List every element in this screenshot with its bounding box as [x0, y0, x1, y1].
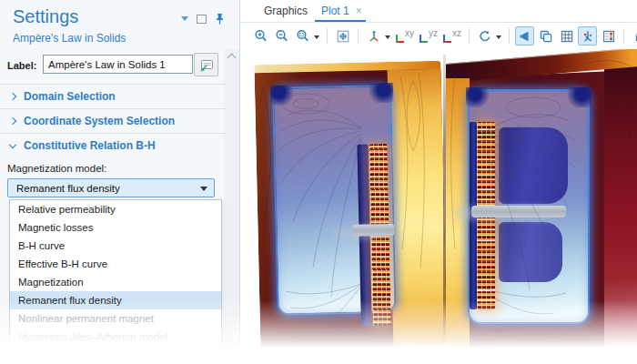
section-label: Domain Selection: [24, 90, 116, 103]
z-axis-icon: [420, 35, 421, 43]
grid-toggle[interactable]: [557, 26, 576, 46]
color-legend-icon: [602, 29, 616, 44]
section-coordinate-system-selection[interactable]: Coordinate System Selection: [0, 108, 225, 133]
xy-view-button[interactable]: xy: [394, 27, 416, 46]
zoom-box-button[interactable]: [293, 26, 312, 46]
combobox-value: Remanent flux density: [16, 183, 120, 194]
right-core-block: [446, 62, 637, 364]
default-3d-view-icon: [367, 29, 381, 44]
view-dropdown-caret[interactable]: [385, 35, 390, 42]
center-limb-glow-left: [388, 69, 448, 355]
settings-title: Settings: [13, 6, 78, 27]
settings-scrollbar[interactable]: [225, 49, 239, 364]
right-coil-body-upper: [499, 127, 568, 204]
zoom-in-button[interactable]: [251, 26, 270, 46]
settings-panel: Settings Ampère's Law in Solids Label:: [0, 0, 239, 364]
zoom-box-dropdown-caret[interactable]: [314, 35, 319, 42]
chevron-down-icon: [9, 140, 16, 147]
rename-icon: [198, 57, 215, 72]
rotate-dropdown-caret[interactable]: [496, 35, 501, 42]
app-window: Settings Ampère's Law in Solids Label:: [0, 0, 637, 364]
settings-subtitle: Ampère's Law in Solids: [13, 32, 126, 45]
zoom-box-icon: [296, 29, 310, 44]
magnetization-model-label: Magnetization model:: [7, 163, 106, 174]
chevron-down-icon[interactable]: [181, 16, 188, 25]
left-coil-flange: [352, 224, 394, 237]
dropdown-option[interactable]: Relative permeability: [10, 200, 221, 218]
label-input[interactable]: [43, 55, 193, 74]
float-window-icon[interactable]: [197, 15, 207, 24]
dropdown-option[interactable]: Magnetization: [10, 273, 221, 291]
toolbar-separator: [623, 28, 624, 44]
label-field-label: Label:: [7, 60, 36, 71]
yz-view-button[interactable]: yz: [418, 27, 440, 46]
section-label: Constitutive Relation B-H: [24, 139, 156, 152]
combobox-caret-icon: [200, 187, 207, 195]
dropdown-option[interactable]: Analytic magnetization curve: [10, 346, 221, 364]
plot-canvas[interactable]: [240, 49, 637, 364]
xz-view-button[interactable]: xz: [441, 27, 463, 46]
chevron-right-icon: [9, 116, 16, 124]
show-plot-axes-icon: [581, 29, 595, 44]
show-plot-axes-toggle[interactable]: [578, 26, 597, 46]
right-coil-body-lower: [499, 222, 562, 282]
z-axis-icon: [443, 35, 445, 43]
dropdown-option-selected[interactable]: Remanent flux density: [10, 291, 221, 309]
rotate-button[interactable]: [475, 26, 494, 46]
dropdown-option[interactable]: Hysteresis Jiles–Atherton model: [10, 328, 221, 346]
scene-light-toggle[interactable]: [515, 26, 534, 46]
pin-icon[interactable]: [215, 13, 225, 25]
zoom-out-icon: [275, 29, 289, 44]
graphics-panel: Graphics Plot 1 ×: [239, 0, 637, 364]
close-icon[interactable]: ×: [356, 5, 362, 17]
dropdown-option[interactable]: Magnetic losses: [10, 218, 221, 237]
graphics-toolbar: xy yz xz: [240, 23, 637, 49]
left-core-block: [254, 61, 447, 359]
zoom-extents-icon: [336, 29, 350, 44]
tab-graphics[interactable]: Graphics: [264, 5, 308, 17]
toolbar-separator: [358, 28, 359, 44]
zoom-in-icon: [254, 29, 268, 44]
right-core-side-face: [604, 63, 637, 364]
lock-button[interactable]: [630, 26, 637, 46]
toolbar-separator: [327, 28, 328, 44]
tab-plot-1[interactable]: Plot 1 ×: [321, 5, 362, 17]
yz-view-label: yz: [429, 28, 438, 38]
zoom-extents-button[interactable]: [333, 26, 352, 46]
xy-view-label: xy: [405, 28, 414, 38]
magnetization-model-combobox[interactable]: Remanent flux density: [7, 178, 215, 197]
dropdown-option[interactable]: Nonlinear permanent magnet: [10, 309, 221, 328]
color-legend-toggle[interactable]: [599, 26, 618, 46]
chevron-right-icon: [9, 92, 16, 99]
scene-light-icon: [518, 29, 532, 44]
magnetization-model-dropdown: Relative permeability Magnetic losses B-…: [9, 199, 222, 364]
default-view-button[interactable]: [364, 26, 383, 46]
right-coil-flange: [471, 206, 566, 217]
dropdown-option[interactable]: Effective B-H curve: [10, 255, 221, 273]
active-tab-underline: [315, 20, 366, 22]
toolbar-separator: [509, 28, 510, 44]
zoom-out-button[interactable]: [272, 26, 291, 46]
section-label: Coordinate System Selection: [24, 115, 175, 127]
transparency-icon: [539, 29, 553, 44]
toolbar-separator: [469, 28, 470, 44]
rename-button[interactable]: [194, 53, 218, 76]
lock-icon: [632, 29, 637, 44]
y-axis-icon: [396, 35, 398, 43]
settings-window-controls: [181, 13, 225, 25]
transparency-toggle[interactable]: [536, 26, 555, 46]
section-constitutive-relation[interactable]: Constitutive Relation B-H: [0, 133, 225, 157]
grid-icon: [560, 29, 574, 44]
rotate-icon: [478, 29, 492, 44]
section-domain-selection[interactable]: Domain Selection: [0, 84, 225, 108]
graphics-tab-bar: Graphics Plot 1 ×: [240, 0, 637, 23]
tab-plot-1-label: Plot 1: [321, 5, 349, 17]
scroll-up-icon[interactable]: [228, 54, 237, 63]
center-limb-glow-right: [446, 78, 470, 364]
xz-view-label: xz: [452, 28, 461, 38]
dropdown-option[interactable]: B-H curve: [10, 237, 221, 255]
